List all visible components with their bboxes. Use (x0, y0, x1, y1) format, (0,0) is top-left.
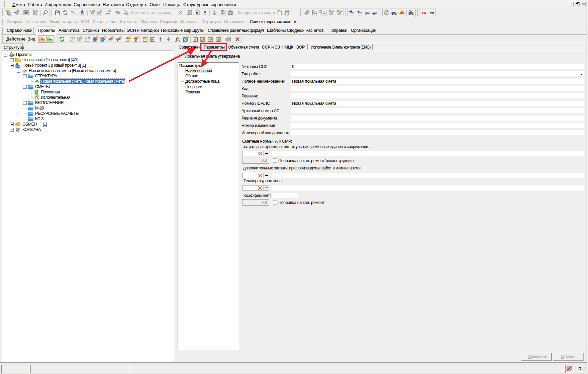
svg-text:М29: М29 (201, 39, 205, 41)
svg-text:P: P (145, 39, 146, 42)
svg-text:ПР: ПР (151, 39, 155, 41)
svg-text:PDF: PDF (34, 11, 37, 13)
svg-text:%: % (194, 39, 196, 42)
svg-text:%: % (184, 39, 186, 42)
